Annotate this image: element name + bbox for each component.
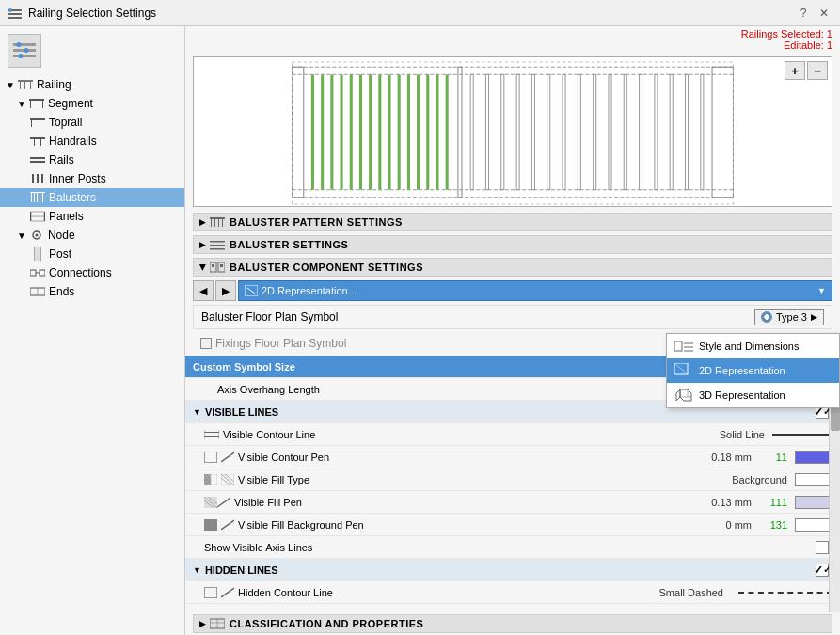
svg-rect-18 — [31, 120, 32, 127]
svg-rect-61 — [417, 74, 420, 189]
svg-line-119 — [221, 588, 234, 597]
svg-rect-76 — [624, 74, 626, 189]
hidden-lines-label: HIDDEN LINES — [205, 564, 816, 576]
visible-fill-bg-pen-row: Visible Fill Background Pen 0 mm 131 — [185, 514, 840, 536]
fill-bg2-icon — [221, 519, 234, 531]
svg-rect-94 — [220, 264, 223, 267]
representation-dropdown[interactable]: 2D Representation... ▼ — [238, 280, 832, 301]
handrails-label: Handrails — [49, 135, 97, 148]
svg-rect-50 — [311, 74, 314, 189]
sidebar-item-ends[interactable]: Ends — [0, 282, 184, 301]
svg-rect-86 — [218, 219, 219, 227]
sidebar-item-connections[interactable]: Connections — [0, 263, 184, 282]
svg-rect-40 — [35, 247, 40, 261]
axis-lines-checkbox[interactable] — [816, 541, 829, 554]
sidebar-item-railing[interactable]: ▼ Railing — [0, 75, 184, 94]
menu-item-2d[interactable]: 2D Representation — [667, 358, 839, 383]
svg-rect-73 — [578, 74, 580, 189]
type-button[interactable]: Type 3 ▶ — [754, 309, 824, 325]
svg-rect-20 — [34, 139, 35, 146]
svg-rect-80 — [685, 74, 688, 189]
rails-icon — [30, 153, 45, 167]
svg-line-116 — [217, 498, 230, 507]
fill-type-value: Background — [732, 474, 787, 485]
fill-pen-value: 0.13 mm — [711, 497, 752, 508]
baluster-pattern-header[interactable]: ▶ BALUSTER PATTERN SETTINGS — [193, 213, 832, 231]
prev-button[interactable]: ◀ — [193, 280, 214, 301]
next-button[interactable]: ▶ — [215, 280, 236, 301]
svg-rect-23 — [30, 161, 45, 163]
close-button[interactable]: ✕ — [816, 5, 832, 22]
fill-type-label: Visible Fill Type — [238, 474, 732, 485]
sidebar-item-handrails[interactable]: Handrails — [0, 132, 184, 151]
hidden-lines-subheader[interactable]: ▼ HIDDEN LINES ✓ — [185, 559, 840, 581]
classification-header[interactable]: ▶ CLASSIFICATION AND PROPERTIES — [193, 614, 832, 633]
tree-panel: ▼ Railing ▼ Segment T — [0, 26, 185, 635]
svg-rect-59 — [398, 74, 401, 189]
sidebar-item-node[interactable]: ▼ Node — [0, 226, 184, 245]
fill-type-icon — [204, 474, 217, 485]
panels-icon — [30, 210, 45, 223]
preview-minus-button[interactable]: − — [807, 61, 828, 80]
sidebar-item-toprail[interactable]: Toprail — [0, 113, 184, 132]
visible-fill-type-row: Visible Fill Type Background — [185, 468, 840, 491]
svg-rect-62 — [426, 74, 429, 189]
railing-icon — [18, 78, 33, 91]
sidebar-item-segment[interactable]: ▼ Segment — [0, 94, 184, 113]
fixings-checkbox[interactable] — [200, 338, 212, 349]
title-bar: Railing Selection Settings ? ✕ — [0, 0, 840, 26]
svg-rect-46 — [293, 67, 734, 74]
svg-rect-79 — [670, 74, 673, 189]
svg-rect-54 — [350, 74, 353, 189]
svg-rect-69 — [516, 74, 519, 189]
sidebar-item-innerposts[interactable]: Inner Posts — [0, 169, 184, 188]
ends-label: Ends — [49, 285, 74, 298]
visible-contour-pen-row: Visible Contour Pen 0.18 mm 11 — [185, 446, 840, 468]
svg-rect-71 — [547, 74, 550, 189]
contour-line-icon — [204, 429, 219, 440]
svg-line-101 — [221, 452, 234, 462]
svg-rect-78 — [655, 74, 658, 189]
baluster-component-header[interactable]: ▶ BALUSTER COMPONENT SETTINGS — [193, 258, 832, 277]
preview-plus-button[interactable]: + — [785, 61, 805, 80]
svg-rect-82 — [293, 62, 734, 204]
fill-type-color[interactable] — [795, 473, 832, 486]
svg-rect-98 — [204, 436, 219, 437]
fill-pen-icon — [204, 497, 230, 508]
sidebar-item-balusters[interactable]: Balusters — [0, 188, 184, 207]
railings-selected: Railings Selected: 1 — [193, 28, 832, 40]
menu-item-3d[interactable]: 3D Representation — [667, 383, 839, 407]
sidebar-item-panels[interactable]: Panels — [0, 207, 184, 226]
3d-icon — [674, 388, 693, 403]
help-button[interactable]: ? — [795, 5, 812, 22]
svg-rect-85 — [214, 219, 215, 227]
connections-label: Connections — [49, 266, 112, 279]
sidebar-item-post[interactable]: Post — [0, 245, 184, 263]
radio-icon — [761, 311, 772, 323]
svg-rect-28 — [31, 193, 32, 202]
svg-rect-12 — [24, 82, 25, 89]
pattern-settings-icon — [210, 216, 225, 228]
fill-pen-label: Visible Fill Pen — [234, 497, 711, 508]
svg-marker-129 — [680, 389, 691, 401]
dashed-line-preview — [738, 592, 832, 594]
representation-icon — [245, 285, 258, 296]
chevron-icon: ▶ — [811, 312, 817, 322]
hidden-contour-label: Hidden Contour Line — [238, 587, 659, 598]
railing-label: Railing — [37, 78, 71, 91]
collapse-arrow-icon: ▶ — [199, 240, 206, 249]
menu-item-style[interactable]: Style and Dimensions — [667, 334, 839, 358]
hidden-lines-checkbox[interactable]: ✓ — [816, 564, 829, 577]
svg-line-110 — [221, 478, 230, 485]
sidebar-item-rails[interactable]: Rails — [0, 151, 184, 169]
contour-pen-color[interactable] — [795, 451, 832, 464]
classification-text: CLASSIFICATION AND PROPERTIES — [230, 618, 423, 629]
settings-icon[interactable] — [8, 34, 41, 68]
settings-icon — [210, 239, 225, 250]
toprail-label: Toprail — [49, 116, 82, 129]
fill-bg-pen-color[interactable] — [795, 518, 832, 532]
baluster-settings-header[interactable]: ▶ BALUSTER SETTINGS — [193, 235, 832, 254]
window-title: Railing Selection Settings — [28, 7, 156, 20]
fill-pen-color[interactable] — [795, 496, 832, 509]
svg-rect-57 — [378, 74, 381, 189]
